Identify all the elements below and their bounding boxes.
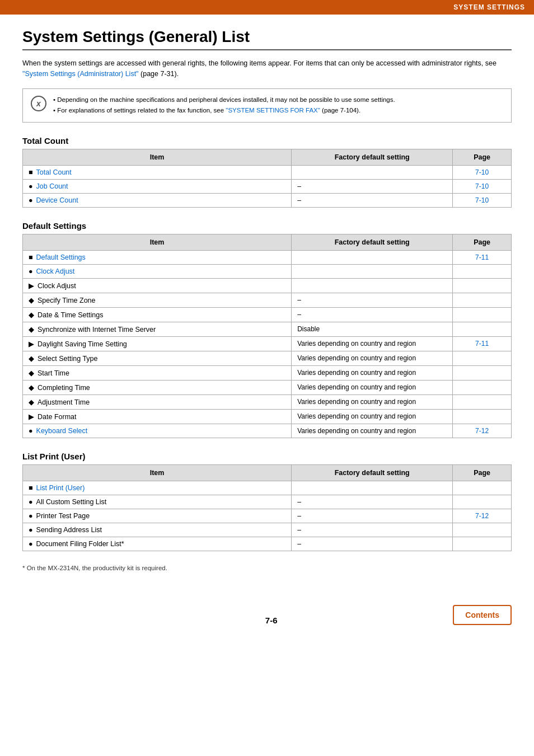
notice-line-2: • For explanations of settings related t… — [53, 105, 395, 116]
page-specify-time-zone — [453, 293, 512, 307]
table-row: Clock Adjust — [23, 264, 512, 278]
factory-default-settings — [292, 250, 453, 264]
diamond-icon — [29, 398, 38, 406]
circle-icon — [29, 267, 36, 275]
sending-address-list-label: Sending Address List — [36, 526, 102, 534]
intro-paragraph: When the system settings are accessed wi… — [22, 58, 512, 79]
table-row: Clock Adjust — [23, 278, 512, 293]
circle-icon — [29, 512, 36, 520]
page-title: System Settings (General) List — [22, 28, 512, 50]
fax-settings-link[interactable]: "SYSTEM SETTINGS FOR FAX" — [226, 107, 320, 114]
table-header-row: Item Factory default setting Page — [23, 234, 512, 250]
document-filing-folder-label: Document Filing Folder List* — [36, 540, 124, 548]
page-total-count: 7-10 — [453, 165, 512, 179]
triangle-icon — [29, 282, 38, 290]
factory-job-count: – — [292, 179, 453, 193]
factory-completing-time: Varies depending on country and region — [292, 380, 453, 395]
page-job-count: 7-10 — [453, 179, 512, 193]
item-job-count: Job Count — [23, 179, 292, 193]
factory-clock-adjust — [292, 264, 453, 278]
item-sending-address-list: Sending Address List — [23, 523, 292, 537]
page-all-custom-setting — [453, 495, 512, 509]
page-default-settings: 7-11 — [453, 250, 512, 264]
list-print-table: Item Factory default setting Page List P… — [22, 464, 512, 551]
square-icon — [29, 484, 36, 492]
main-content: System Settings (General) List When the … — [0, 15, 534, 594]
admin-list-link[interactable]: "System Settings (Administrator) List" — [22, 70, 139, 78]
select-setting-type-label: Select Setting Type — [38, 355, 97, 363]
factory-list-print-user — [292, 481, 453, 495]
date-format-label: Date Format — [38, 413, 76, 421]
circle-icon — [29, 526, 36, 534]
table-header-row: Item Factory default setting Page — [23, 464, 512, 481]
system-settings-header: SYSTEM SETTINGS — [0, 0, 534, 15]
page-footer: 7-6 Contents — [0, 599, 534, 631]
table-row: Default Settings 7-11 — [23, 250, 512, 264]
page-list-print-user — [453, 481, 512, 495]
factory-synchronize-internet: Disable — [292, 322, 453, 336]
col-header-page: Page — [453, 234, 512, 250]
page-clock-adjust — [453, 264, 512, 278]
footnote: * On the MX-2314N, the productivity kit … — [22, 565, 512, 571]
table-row: Start Time Varies depending on country a… — [23, 365, 512, 380]
page-daylight-saving: 7-11 — [453, 336, 512, 351]
notice-text: • Depending on the machine specification… — [53, 95, 395, 116]
page-date-time-settings — [453, 307, 512, 322]
diamond-icon — [29, 384, 38, 392]
diamond-icon — [29, 355, 38, 363]
factory-date-format: Varies depending on country and region — [292, 409, 453, 424]
clock-adjust-sub-label: Clock Adjust — [38, 282, 76, 290]
contents-button[interactable]: Contents — [453, 605, 512, 625]
page-number: 7-6 — [90, 616, 453, 625]
completing-time-label: Completing Time — [38, 384, 90, 392]
item-specify-time-zone: Specify Time Zone — [23, 293, 292, 307]
table-row: Daylight Saving Time Setting Varies depe… — [23, 336, 512, 351]
notice-icon: x — [31, 96, 46, 111]
notice-line-1: • Depending on the machine specification… — [53, 95, 395, 106]
default-settings-table: Item Factory default setting Page Defaul… — [22, 234, 512, 438]
clock-adjust-label: Clock Adjust — [36, 267, 75, 275]
col-header-item: Item — [23, 149, 292, 165]
table-row: Adjustment Time Varies depending on coun… — [23, 395, 512, 409]
item-start-time: Start Time — [23, 365, 292, 380]
page-adjustment-time — [453, 395, 512, 409]
page-completing-time — [453, 380, 512, 395]
factory-specify-time-zone: – — [292, 293, 453, 307]
item-list-print-user: List Print (User) — [23, 481, 292, 495]
factory-device-count: – — [292, 193, 453, 207]
start-time-label: Start Time — [38, 369, 69, 377]
total-count-table: Item Factory default setting Page Total … — [22, 149, 512, 208]
table-row: All Custom Setting List – — [23, 495, 512, 509]
item-device-count: Device Count — [23, 193, 292, 207]
col-header-item: Item — [23, 234, 292, 250]
col-header-page: Page — [453, 464, 512, 481]
daylight-saving-label: Daylight Saving Time Setting — [38, 340, 127, 348]
factory-sending-address-list: – — [292, 523, 453, 537]
table-row: Date Format Varies depending on country … — [23, 409, 512, 424]
synchronize-internet-label: Synchronize with Internet Time Server — [38, 326, 156, 334]
table-header-row: Item Factory default setting Page — [23, 149, 512, 165]
total-count-label: Total Count — [36, 168, 72, 176]
item-date-time-settings: Date & Time Settings — [23, 307, 292, 322]
page-date-format — [453, 409, 512, 424]
section-title-total-count: Total Count — [22, 136, 512, 145]
factory-clock-adjust-sub — [292, 278, 453, 293]
col-header-page: Page — [453, 149, 512, 165]
item-clock-adjust-sub: Clock Adjust — [23, 278, 292, 293]
triangle-icon — [29, 413, 38, 421]
square-icon — [29, 253, 36, 261]
table-row: Specify Time Zone – — [23, 293, 512, 307]
factory-document-filing-folder: – — [292, 537, 453, 551]
item-printer-test-page: Printer Test Page — [23, 509, 292, 523]
page-keyboard-select: 7-12 — [453, 424, 512, 438]
item-completing-time: Completing Time — [23, 380, 292, 395]
default-settings-label: Default Settings — [36, 253, 86, 261]
specify-time-zone-label: Specify Time Zone — [38, 297, 96, 304]
circle-icon — [29, 540, 36, 548]
page-device-count: 7-10 — [453, 193, 512, 207]
table-row: Select Setting Type Varies depending on … — [23, 351, 512, 365]
item-default-settings: Default Settings — [23, 250, 292, 264]
table-row: Document Filing Folder List* – — [23, 537, 512, 551]
list-print-user-label: List Print (User) — [36, 484, 85, 492]
table-row: Date & Time Settings – — [23, 307, 512, 322]
